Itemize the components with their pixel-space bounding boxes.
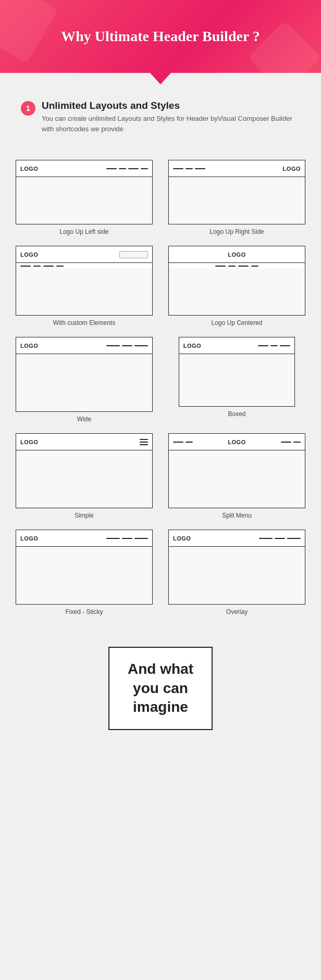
layout-card-overlay: LOGO Overlay [168, 530, 305, 615]
layout-label-10: Overlay [226, 608, 248, 615]
logo-label: LOGO [173, 535, 191, 542]
imagine-text: And what you can imagine [120, 660, 201, 717]
logo-label: LOGO [20, 439, 38, 445]
layouts-grid: LOGO Logo Up Left side [0, 149, 321, 631]
layout-card-custom-elements: LOGO With custom Elements [16, 246, 153, 326]
step-description: You can create unlimited Layouts and Sty… [42, 114, 300, 134]
layout-card-boxed: LOGO Boxed [168, 337, 305, 423]
layout-label-1: Logo Up Left side [59, 228, 108, 235]
layout-card-split-menu: LOGO Split Menu [168, 433, 305, 519]
layout-card-fixed-sticky: LOGO Fixed - Sticky [16, 530, 153, 615]
nav-dashes-right [281, 442, 301, 443]
logo-label: LOGO [20, 166, 38, 172]
layout-card-logo-centered: LOGO Logo Up Centered [168, 246, 305, 326]
layout-label-2: Logo Up Right Side [209, 228, 264, 235]
layout-label-6: Boxed [228, 410, 245, 418]
layout-card-wide: LOGO Wide [16, 337, 153, 423]
nav-dashes-left [173, 442, 193, 443]
nav-dashes [106, 345, 148, 346]
layout-card-simple: LOGO Simple [16, 433, 153, 519]
logo-label: LOGO [228, 439, 245, 445]
logo-label: LOGO [183, 343, 201, 349]
layout-label-4: Logo Up Centered [211, 319, 262, 326]
search-box [119, 251, 148, 258]
nav-dashes [258, 345, 290, 346]
layout-label-8: Split Menu [222, 512, 252, 519]
step-heading: Unlimited Layouts and Styles [42, 100, 300, 111]
nav-dashes [259, 538, 301, 539]
imagine-section: And what you can imagine [0, 631, 321, 751]
layout-card-logo-up-right: LOGO Logo Up Right Side [168, 160, 305, 235]
hero-section: Why Ultimate Header Builder ? [0, 0, 321, 73]
imagine-box: And what you can imagine [108, 647, 213, 730]
nav-dashes [173, 168, 205, 169]
layout-label-9: Fixed - Sticky [65, 608, 103, 615]
layout-card-logo-up-left: LOGO Logo Up Left side [16, 160, 153, 235]
nav-dashes [106, 538, 148, 539]
logo-label: LOGO [20, 252, 38, 258]
logo-label: LOGO [228, 252, 245, 258]
layout-label-3: With custom Elements [53, 319, 115, 326]
layout-label-5: Wide [77, 416, 91, 423]
logo-label: LOGO [283, 166, 301, 172]
hamburger-icon [140, 439, 148, 445]
step-section: 1 Unlimited Layouts and Styles You can c… [0, 84, 321, 149]
nav-dashes [106, 168, 148, 169]
logo-label: LOGO [20, 535, 38, 542]
page-title: Why Ultimate Header Builder ? [61, 28, 260, 45]
header-arrow [150, 73, 171, 84]
step-number: 1 [21, 101, 35, 116]
logo-label: LOGO [20, 343, 38, 349]
layout-label-7: Simple [75, 512, 94, 519]
